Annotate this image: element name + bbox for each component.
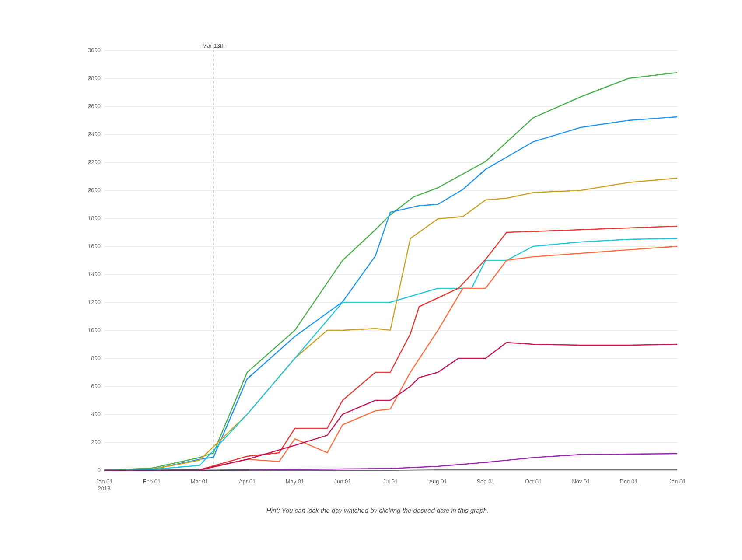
- svg-text:May 01: May 01: [286, 478, 304, 485]
- chart-container[interactable]: 0 200 400 600 800 1000 1200 1400 1600 18…: [30, 22, 712, 538]
- svg-text:Aug 01: Aug 01: [429, 478, 447, 485]
- svg-text:Oct 01: Oct 01: [525, 478, 542, 485]
- svg-text:Sep 01: Sep 01: [476, 478, 494, 485]
- chart-svg[interactable]: 0 200 400 600 800 1000 1200 1400 1600 18…: [69, 39, 686, 503]
- svg-text:1600: 1600: [88, 243, 101, 249]
- svg-text:2000: 2000: [88, 187, 101, 193]
- svg-text:3000: 3000: [88, 47, 101, 53]
- svg-text:200: 200: [91, 439, 101, 445]
- series-green-line: [104, 73, 677, 470]
- svg-text:Dec 01: Dec 01: [620, 478, 637, 485]
- svg-text:1200: 1200: [88, 299, 101, 305]
- svg-text:2600: 2600: [88, 103, 101, 109]
- svg-text:2200: 2200: [88, 159, 101, 165]
- x-axis-labels: Jan 01 2019 Feb 01 Mar 01 Apr 01 May 01 …: [95, 478, 686, 492]
- svg-text:Nov 01: Nov 01: [572, 478, 590, 485]
- series-red-line: [104, 226, 677, 470]
- svg-text:2400: 2400: [88, 131, 101, 137]
- svg-text:Apr 01: Apr 01: [239, 478, 256, 485]
- svg-text:Mar 01: Mar 01: [191, 478, 208, 485]
- svg-text:2800: 2800: [88, 75, 101, 81]
- svg-text:1800: 1800: [88, 215, 101, 221]
- hint-text: Hint: You can lock the day watched by cl…: [69, 507, 686, 514]
- series-blue-line: [104, 117, 677, 470]
- svg-text:1400: 1400: [88, 271, 101, 277]
- series-cyan-line: [104, 238, 677, 470]
- series-pink-line: [104, 343, 677, 470]
- marker-label: Mar 13th: [202, 42, 224, 49]
- svg-text:Feb 01: Feb 01: [143, 478, 161, 485]
- svg-text:400: 400: [91, 411, 101, 417]
- svg-text:2019: 2019: [98, 485, 111, 492]
- svg-text:800: 800: [91, 355, 101, 361]
- svg-text:Jul 01: Jul 01: [383, 478, 398, 485]
- svg-text:Jan 01: Jan 01: [668, 478, 686, 485]
- svg-text:1000: 1000: [88, 327, 101, 333]
- y-axis-labels: 0 200 400 600 800 1000 1200 1400 1600 18…: [88, 47, 101, 473]
- svg-text:Jan 01: Jan 01: [95, 478, 112, 485]
- svg-text:0: 0: [98, 467, 101, 473]
- chart-area: 0 200 400 600 800 1000 1200 1400 1600 18…: [69, 39, 686, 503]
- svg-text:Jun 01: Jun 01: [334, 478, 351, 485]
- svg-text:600: 600: [91, 383, 101, 389]
- series-gold-line: [104, 178, 677, 470]
